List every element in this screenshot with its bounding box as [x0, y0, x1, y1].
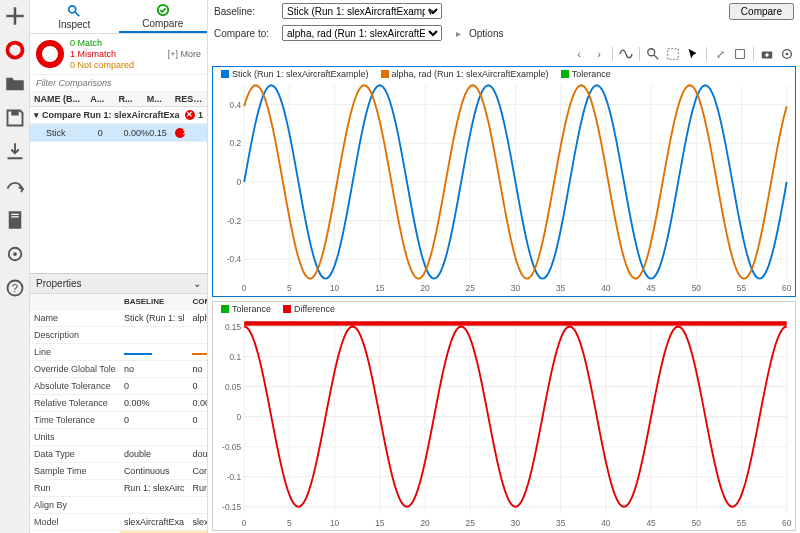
svg-text:10: 10 — [330, 283, 340, 293]
row-name: Stick — [36, 128, 98, 138]
plot2-svg: 051015202530354045505560-0.15-0.1-0.0500… — [213, 316, 795, 529]
properties-panel: Properties ⌄ BASELINE COMPARE TO NameSti… — [30, 273, 207, 533]
help-icon[interactable]: ? — [5, 278, 25, 298]
legend1-compare: alpha, rad (Run 1: slexAircraftExample) — [392, 69, 549, 79]
svg-text:50: 50 — [692, 283, 702, 293]
compare-summary: 0 Match 1 Mismatch 0 Not compared [+] Mo… — [30, 34, 207, 75]
prop-row: NameStick (Run 1: slalpha, rad (Run — [30, 310, 207, 327]
gear-icon[interactable] — [780, 47, 794, 61]
ph-compare: COMPARE TO — [188, 294, 207, 310]
right-panel: Baseline: Stick (Run 1: slexAircraftExam… — [208, 0, 800, 533]
fit-icon[interactable] — [666, 47, 680, 61]
prop-row: ModelslexAircraftExaslexAircraftExa — [30, 514, 207, 531]
compare-to-select[interactable]: alpha, rad (Run 1: slexAircraftExa — [282, 25, 442, 41]
plot-difference[interactable]: Tolerance Difference 0510152025303540455… — [212, 301, 796, 532]
svg-text:45: 45 — [646, 517, 655, 527]
svg-text:40: 40 — [601, 283, 611, 293]
prop-row: Align By — [30, 497, 207, 514]
svg-text:15: 15 — [375, 283, 385, 293]
camera-icon[interactable] — [760, 47, 774, 61]
legend-swatch-orange — [381, 70, 389, 78]
th-abs: A... — [90, 94, 118, 104]
download-icon[interactable] — [5, 142, 25, 162]
legend1-tol: Tolerance — [572, 69, 611, 79]
row-result: ✕ — [175, 127, 201, 138]
chevron-down-icon[interactable]: ⌄ — [193, 278, 201, 289]
svg-text:55: 55 — [737, 283, 747, 293]
legend1-baseline: Stick (Run 1: slexAircraftExample) — [232, 69, 369, 79]
prop-row: Line — [30, 344, 207, 361]
svg-text:0.1: 0.1 — [230, 351, 242, 361]
compare-group-row[interactable]: ▾ Compare Run 1: slexAircraftExa ✕ 1 — [30, 107, 207, 124]
prop-row: Absolute Tolerance00 — [30, 378, 207, 395]
svg-rect-4 — [11, 216, 19, 217]
summary-match: 0 Match — [70, 38, 134, 49]
svg-text:5: 5 — [287, 517, 292, 527]
left-iconbar: ? — [0, 0, 30, 533]
compare-button[interactable]: Compare — [729, 3, 794, 20]
properties-table: BASELINE COMPARE TO NameStick (Run 1: sl… — [30, 294, 207, 533]
nav-next-icon[interactable]: › — [592, 47, 606, 61]
svg-point-0 — [7, 43, 22, 58]
svg-point-11 — [648, 49, 655, 56]
svg-text:0.15: 0.15 — [225, 321, 241, 331]
svg-point-9 — [69, 5, 76, 12]
svg-text:20: 20 — [420, 283, 430, 293]
svg-text:40: 40 — [601, 517, 610, 527]
svg-text:0: 0 — [242, 517, 247, 527]
svg-rect-94 — [244, 321, 787, 325]
compare-row[interactable]: Stick 0 0.00% 0.15 ✕ — [30, 124, 207, 142]
plots-area: Stick (Run 1: slexAircraftExample) alpha… — [208, 64, 800, 533]
collapse-icon[interactable] — [733, 47, 747, 61]
svg-text:0: 0 — [236, 177, 241, 187]
compare-table-head: NAME (B... A... R... M... RESULT — [30, 92, 207, 107]
tab-inspect[interactable]: Inspect — [30, 0, 119, 33]
error-icon: ✕ — [175, 128, 185, 138]
plot1-svg: 051015202530354045505560-0.4-0.200.20.4 — [213, 81, 795, 294]
svg-text:60: 60 — [782, 517, 791, 527]
svg-text:-0.15: -0.15 — [222, 501, 241, 511]
svg-text:10: 10 — [330, 517, 339, 527]
svg-text:0: 0 — [242, 283, 247, 293]
folder-icon[interactable] — [5, 74, 25, 94]
prop-row: Relative Tolerance0.00%0.00% — [30, 395, 207, 412]
add-icon[interactable] — [5, 6, 25, 26]
svg-text:5: 5 — [287, 283, 292, 293]
svg-text:?: ? — [11, 282, 17, 294]
plot-compare[interactable]: Stick (Run 1: slexAircraftExample) alpha… — [212, 66, 796, 297]
tab-compare[interactable]: Compare — [119, 0, 208, 33]
save-icon[interactable] — [5, 108, 25, 128]
svg-rect-1 — [11, 111, 19, 116]
chevron-down-icon: ▾ — [34, 110, 39, 120]
zoom-icon[interactable] — [646, 47, 660, 61]
th-result: RESULT — [175, 94, 203, 104]
chevron-right-icon[interactable]: ▸ — [456, 28, 461, 39]
share-icon[interactable] — [5, 176, 25, 196]
gear-icon[interactable] — [5, 244, 25, 264]
svg-text:20: 20 — [420, 517, 429, 527]
prop-row: Description — [30, 327, 207, 344]
summary-notcompared: 0 Not compared — [70, 60, 134, 71]
filter-row — [30, 75, 207, 92]
options-link[interactable]: Options — [469, 28, 503, 39]
filter-input[interactable] — [30, 75, 207, 91]
baseline-select[interactable]: Stick (Run 1: slexAircraftExample — [282, 3, 442, 19]
sine-icon[interactable] — [619, 47, 633, 61]
summary-more-link[interactable]: [+] More — [168, 49, 201, 59]
svg-text:35: 35 — [556, 517, 565, 527]
svg-text:-0.05: -0.05 — [222, 441, 241, 451]
legend2-diff: Difference — [294, 304, 335, 314]
tab-inspect-label: Inspect — [58, 19, 90, 30]
pointer-icon[interactable] — [686, 47, 700, 61]
svg-text:50: 50 — [692, 517, 701, 527]
group-label: Compare Run 1: slexAircraftExa — [42, 110, 182, 120]
target-icon[interactable] — [5, 40, 25, 60]
prop-row: Time Tolerance00 — [30, 412, 207, 429]
nav-prev-icon[interactable]: ‹ — [572, 47, 586, 61]
svg-text:60: 60 — [782, 283, 792, 293]
doc-icon[interactable] — [5, 210, 25, 230]
prop-row: Data Typedoubledouble — [30, 446, 207, 463]
tab-compare-label: Compare — [142, 18, 183, 29]
expand-icon[interactable]: ⤢ — [713, 47, 727, 61]
legend-swatch-green — [561, 70, 569, 78]
